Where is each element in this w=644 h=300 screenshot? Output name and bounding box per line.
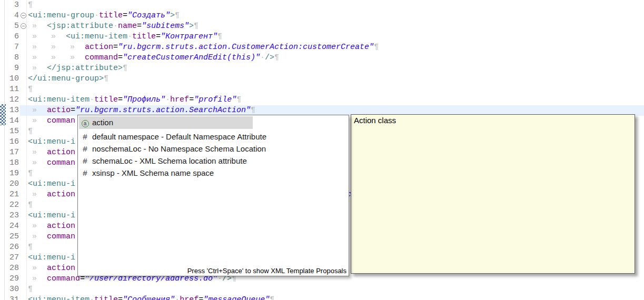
code-text[interactable]: </ui:menu-group>¶ xyxy=(27,74,644,84)
code-token-attr: command xyxy=(47,274,80,283)
code-line[interactable]: 12<ui:menu-item·title="Профиль"·href="pr… xyxy=(0,95,644,105)
code-token-eq: = xyxy=(199,295,203,300)
code-token-tab: » xyxy=(28,42,47,53)
attribute-proposal-icon: a xyxy=(81,116,90,129)
assist-item[interactable]: #schemaLoc - XML Schema location attribu… xyxy=(79,155,348,167)
code-line[interactable]: 8»»»command="createCustomerAndEdit(this)… xyxy=(0,53,644,63)
code-token-val: "ru.bgcrm.struts.action.CustomerAction:c… xyxy=(118,43,374,52)
code-line[interactable]: 10</ui:menu-group>¶ xyxy=(0,74,644,84)
code-token-tag: <ui:menu-i xyxy=(28,137,75,146)
code-token-ws: · xyxy=(260,53,265,62)
code-token-tab: » xyxy=(66,42,85,53)
code-token-tag: <ui:menu-item xyxy=(66,32,127,41)
code-token-tab: » xyxy=(28,105,47,116)
template-proposal-icon: # xyxy=(81,155,90,167)
code-line[interactable]: 4<ui:menu-group·title="Создать">¶ xyxy=(0,11,644,21)
code-token-tab: » xyxy=(28,263,47,274)
line-number: 11 xyxy=(5,84,20,95)
code-text[interactable]: ¶ xyxy=(27,84,644,95)
assist-item[interactable]: #noschemaLoc - No Namespace Schema Locat… xyxy=(79,143,348,155)
code-token-pil: ¶ xyxy=(28,285,33,294)
code-text[interactable]: »»<ui:menu-item·title="Контрагент"¶ xyxy=(27,32,644,42)
assist-item-label: default namespace - Default Namespace At… xyxy=(92,131,266,143)
assist-item[interactable]: aaction xyxy=(79,116,253,129)
code-text[interactable]: <ui:menu-item·title="Сообщения"·href="me… xyxy=(27,295,644,300)
content-assist-popup[interactable]: aaction#default namespace - Default Name… xyxy=(77,115,349,276)
code-token-val: "Создать" xyxy=(127,11,170,20)
code-token-tag: </jsp:attribute> xyxy=(47,64,123,73)
template-proposal-icon: # xyxy=(81,143,90,155)
code-token-ws: · xyxy=(90,95,94,104)
code-token-tag: > xyxy=(189,22,194,31)
code-line[interactable]: 5»<jsp:attribute·name="subitems">¶ xyxy=(0,21,644,32)
code-token-tag: <ui:menu-item xyxy=(28,295,90,300)
code-token-tag: <ui:menu-group xyxy=(28,11,94,20)
template-icon: # xyxy=(83,132,87,141)
fold-collapse-icon[interactable] xyxy=(21,23,26,29)
code-line[interactable]: 9»</jsp:attribute>¶ xyxy=(0,63,644,74)
code-token-tag: <jsp:attribute xyxy=(47,22,113,31)
xml-source-editor[interactable]: 3¶4<ui:menu-group·title="Создать">¶5»<js… xyxy=(0,0,644,300)
code-token-attr: title xyxy=(132,32,156,41)
code-token-pil: ¶ xyxy=(217,32,222,41)
code-text[interactable]: <ui:menu-group·title="Создать">¶ xyxy=(27,11,644,21)
line-number: 16 xyxy=(5,137,20,147)
code-token-val: "Контрагент" xyxy=(161,32,217,41)
code-text[interactable]: <ui:menu-item·title="Профиль"·href="prof… xyxy=(27,95,644,105)
code-token-eq: = xyxy=(118,295,123,300)
code-token-tag: <ui:menu-i xyxy=(28,179,75,188)
template-icon: # xyxy=(83,144,87,153)
line-number: 18 xyxy=(5,158,20,168)
code-token-attr: command xyxy=(85,53,118,62)
code-token-attr: href xyxy=(170,95,189,104)
line-number: 5 xyxy=(5,21,20,32)
code-token-attr: comman xyxy=(47,232,75,241)
code-line[interactable]: 3¶ xyxy=(0,0,644,11)
code-token-pil: ¶ xyxy=(28,127,33,136)
line-number: 10 xyxy=(5,74,20,84)
code-token-tag: <ui:menu-i xyxy=(28,253,75,262)
code-token-tab: » xyxy=(28,21,47,32)
code-text[interactable]: »<jsp:attribute·name="subitems">¶ xyxy=(27,21,644,32)
code-token-pil: ¶ xyxy=(274,53,279,62)
code-line[interactable]: 31<ui:menu-item·title="Сообщения"·href="… xyxy=(0,295,644,300)
code-token-tag: > xyxy=(170,11,175,20)
assist-item-label: xsinsp - XML Schema name space xyxy=(92,167,214,179)
code-token-pil: ¶ xyxy=(251,106,255,115)
code-line[interactable]: 6»»<ui:menu-item·title="Контрагент"¶ xyxy=(0,32,644,42)
line-number: 29 xyxy=(5,274,20,284)
code-token-tab: » xyxy=(47,53,66,63)
line-number: 19 xyxy=(5,168,20,179)
line-number: 22 xyxy=(5,200,20,211)
code-line[interactable]: 7»»»action="ru.bgcrm.struts.action.Custo… xyxy=(0,42,644,53)
assist-item-label: action xyxy=(92,116,113,129)
code-token-eq: = xyxy=(189,95,194,104)
assist-item-label: schemaLoc - XML Schema location attribut… xyxy=(92,155,247,167)
code-text[interactable]: ¶ xyxy=(27,284,644,295)
code-token-ws: · xyxy=(175,295,180,300)
assist-item[interactable]: #xsinsp - XML Schema name space xyxy=(79,167,348,179)
code-token-tab: » xyxy=(66,53,85,63)
code-line[interactable]: 11¶ xyxy=(0,84,644,95)
code-token-val: "ru.bgcrm.struts.action.SearchAction" xyxy=(75,106,251,115)
line-number: 12 xyxy=(5,95,20,105)
code-line[interactable]: 30¶ xyxy=(0,284,644,295)
code-text[interactable]: ¶ xyxy=(27,0,644,11)
code-token-val: "createCustomerAndEdit(this)" xyxy=(123,53,260,62)
line-number: 14 xyxy=(5,116,20,126)
code-token-tab: » xyxy=(28,221,47,232)
fold-collapse-icon[interactable] xyxy=(21,13,26,18)
code-text[interactable]: »»»command="createCustomerAndEdit(this)"… xyxy=(27,53,644,63)
code-token-attr: comman xyxy=(47,158,75,167)
code-token-pil: ¶ xyxy=(374,43,379,52)
code-token-attr: actio xyxy=(47,106,71,115)
code-text[interactable]: »</jsp:attribute>¶ xyxy=(27,63,644,74)
code-token-pil: ¶ xyxy=(194,22,199,31)
assist-item[interactable]: #default namespace - Default Namespace A… xyxy=(79,131,348,143)
code-text[interactable]: »»»action="ru.bgcrm.struts.action.Custom… xyxy=(27,42,644,53)
code-token-tab: » xyxy=(28,158,47,168)
assist-proposal-list: aaction#default namespace - Default Name… xyxy=(78,115,349,180)
code-token-ws: · xyxy=(94,11,99,20)
annotation-ruler-divider xyxy=(4,0,5,300)
code-token-attr: action xyxy=(85,43,113,52)
